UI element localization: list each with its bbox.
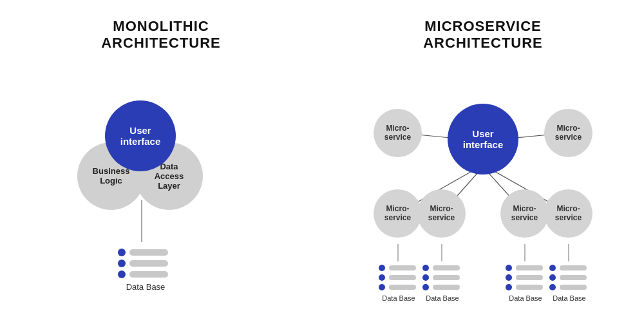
microservice-diagram: User interface Micro- service Micro- ser… [322,52,644,297]
microservice-bottom-right: Micro- service [544,189,592,238]
micro-db-3: Data Base [506,265,543,302]
user-interface-circle-micro: User interface [448,104,518,175]
user-interface-circle-mono: User interface [105,100,176,171]
monolithic-section: MONOLITHIC ARCHITECTURE Business Logic D… [0,0,322,322]
microservice-bottom-center-left: Micro- service [417,189,466,238]
microservice-title: MICROSERVICE ARCHITECTURE [322,18,644,52]
main-container: MONOLITHIC ARCHITECTURE Business Logic D… [0,0,644,322]
microservice-bottom-center-right: Micro- service [500,189,549,238]
micro-db-1: Data Base [379,265,416,302]
mono-database: Data Base [118,249,168,292]
microservice-top-left: Micro- service [374,109,422,157]
micro-db-2: Data Base [422,265,460,302]
microservice-section: MICROSERVICE ARCHITECTURE [322,0,644,322]
monolithic-diagram: Business Logic Data Access Layer User in… [0,59,322,290]
micro-lines [322,52,644,297]
monolithic-title: MONOLITHIC ARCHITECTURE [0,18,322,52]
microservice-top-right: Micro- service [544,109,592,157]
micro-db-4: Data Base [549,265,587,302]
microservice-bottom-left: Micro- service [374,189,422,238]
